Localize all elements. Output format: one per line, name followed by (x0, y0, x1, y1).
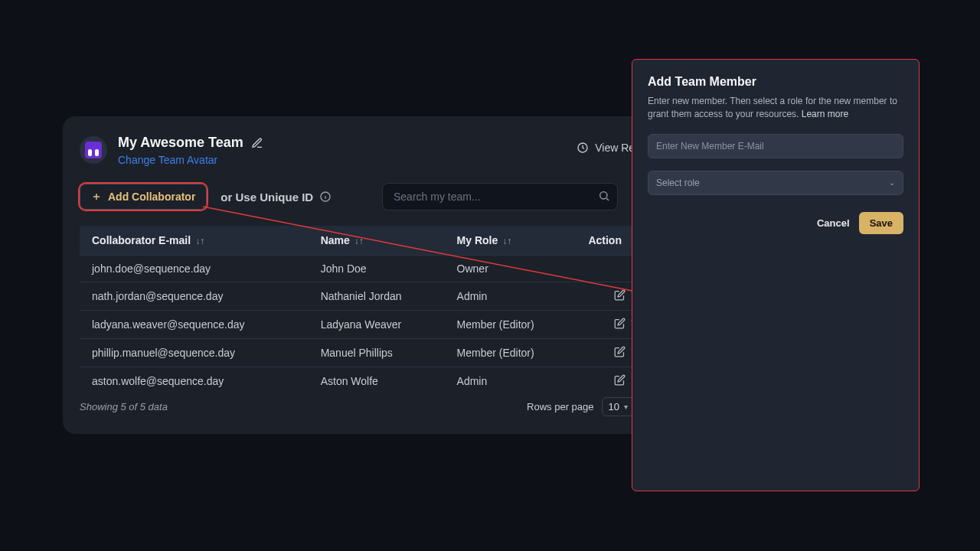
toolbar: Add Collaborator or Use Unique ID (80, 183, 670, 210)
dialog-title: Add Team Member (648, 75, 903, 89)
app-root: My Awesome Team Change Team Avatar View … (0, 0, 980, 551)
role-select-placeholder: Select role (656, 178, 700, 188)
edit-icon[interactable] (614, 318, 626, 329)
search-wrap (382, 183, 618, 210)
cell-email: ladyana.weaver@sequence.day (80, 311, 309, 339)
svg-point-2 (600, 192, 607, 199)
role-select[interactable]: Select role ⌄ (648, 171, 903, 195)
cell-role: Member (Editor) (445, 339, 577, 367)
info-icon[interactable] (319, 191, 332, 203)
cell-name: Manuel Phillips (309, 339, 445, 367)
cell-email: aston.wolfe@sequence.day (80, 367, 309, 396)
save-button[interactable]: Save (859, 212, 903, 234)
page-title: My Awesome Team (118, 135, 243, 151)
col-name[interactable]: Name↓↑ (309, 226, 445, 256)
cell-email: nath.jordan@sequence.day (80, 282, 309, 311)
change-avatar-link[interactable]: Change Team Avatar (118, 154, 263, 166)
plus-icon (91, 191, 102, 202)
learn-more-link[interactable]: Learn more (802, 109, 848, 119)
table-row: ladyana.weaver@sequence.dayLadyana Weave… (80, 311, 670, 339)
table-row: nath.jordan@sequence.dayNathaniel Jordan… (80, 282, 670, 311)
table-row: phillip.manuel@sequence.dayManuel Philli… (80, 339, 670, 367)
col-email[interactable]: Collaborator E-mail↓↑ (80, 226, 309, 256)
edit-icon[interactable] (614, 289, 626, 301)
table-row: john.doe@sequence.dayJohn DoeOwner (80, 256, 670, 282)
unique-id-hint: or Use Unique ID (220, 191, 332, 204)
cell-name: Ladyana Weaver (309, 311, 445, 339)
cell-role: Member (Editor) (445, 311, 577, 339)
search-input[interactable] (382, 183, 618, 210)
edit-icon[interactable] (614, 374, 626, 386)
edit-title-icon[interactable] (251, 137, 263, 149)
collaborators-table: Collaborator E-mail↓↑ Name↓↑ My Role↓↑ A… (80, 226, 670, 395)
search-icon (598, 190, 610, 202)
rows-per-page-label: Rows per page (527, 401, 593, 412)
dialog-desc: Enter new member. Then select a role for… (648, 95, 903, 122)
clock-icon (577, 142, 589, 154)
unique-id-label: or Use Unique ID (220, 191, 313, 204)
add-collaborator-label: Add Collaborator (108, 191, 195, 203)
cell-role: Admin (445, 367, 577, 396)
team-card: My Awesome Team Change Team Avatar View … (63, 116, 687, 434)
table-row: aston.wolfe@sequence.dayAston WolfeAdmin (80, 367, 670, 396)
chevron-down-icon: ⌄ (889, 178, 895, 187)
edit-icon[interactable] (614, 346, 626, 357)
cell-role: Admin (445, 282, 577, 311)
table-footer: Showing 5 of 5 data Rows per page 10 ▾ (80, 396, 670, 417)
cell-name: Nathaniel Jordan (309, 282, 445, 311)
cell-email: phillip.manuel@sequence.day (80, 339, 309, 367)
rows-per-page-select[interactable]: 10 ▾ (602, 397, 635, 416)
sort-icon: ↓↑ (195, 236, 204, 246)
member-email-input[interactable] (648, 134, 903, 158)
showing-text: Showing 5 of 5 data (80, 401, 168, 412)
rows-per-page-value: 10 (609, 401, 619, 412)
sort-icon: ↓↑ (354, 236, 364, 246)
sort-icon: ↓↑ (502, 236, 511, 246)
avatar (80, 136, 107, 164)
table-header-row: Collaborator E-mail↓↑ Name↓↑ My Role↓↑ A… (80, 226, 670, 256)
add-collaborator-button[interactable]: Add Collaborator (80, 184, 207, 210)
add-collab-highlight: Add Collaborator (80, 184, 207, 210)
cancel-button[interactable]: Cancel (817, 217, 850, 229)
cell-role: Owner (445, 256, 577, 282)
cell-email: john.doe@sequence.day (80, 256, 309, 282)
cell-name: John Doe (309, 256, 445, 282)
col-role[interactable]: My Role↓↑ (445, 226, 577, 256)
dialog-actions: Cancel Save (648, 212, 903, 234)
cell-name: Aston Wolfe (309, 367, 445, 396)
add-member-dialog: Add Team Member Enter new member. Then s… (632, 59, 920, 491)
chevron-down-icon: ▾ (624, 403, 628, 411)
